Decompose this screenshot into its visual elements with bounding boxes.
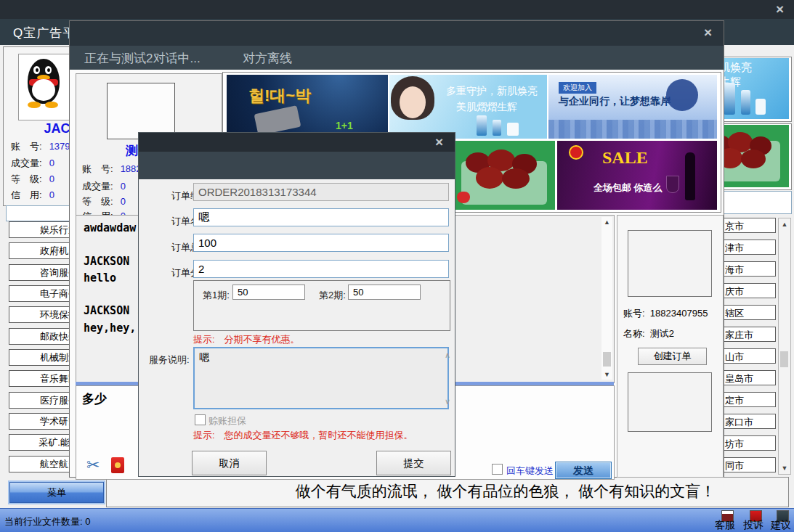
- screenshot-scissors-icon[interactable]: ✂: [86, 456, 100, 475]
- bottle-shape: [724, 83, 735, 115]
- guarantee-tip: 提示: 您的成交量还不够哦，暂时还不能使用担保。: [193, 429, 413, 442]
- chat-header: 正在与测试2对话中... 对方离线: [70, 46, 724, 70]
- scroll-up-icon[interactable]: ▲: [779, 221, 790, 228]
- banner-corporate[interactable]: 欢迎加入 与企业同行，让梦想靠岸: [548, 75, 717, 139]
- qq-foot: [28, 102, 41, 108]
- chat-message: hey,hey,: [84, 322, 136, 335]
- create-order-dialog: × 订单编号: 订单名称: 订单总价: 订单分期: 第1期: 第2期: 提示: …: [138, 132, 455, 477]
- peer-account-row: 账号: 18823407955: [623, 307, 708, 320]
- bottle-shape: [741, 90, 750, 115]
- date-fruit-shape: [502, 168, 530, 189]
- period2-input[interactable]: [348, 285, 421, 300]
- status-bar: 当前行业文件数量: 0 客服 投诉 建议: [0, 508, 794, 532]
- enter-to-send-label: 回车键发送: [506, 465, 554, 478]
- scroll-down-icon[interactable]: ∨: [445, 397, 450, 406]
- peer-row: 等 级:0: [82, 195, 126, 208]
- period1-input[interactable]: [232, 285, 305, 300]
- strawberry-shape: [457, 192, 470, 203]
- period1-label: 第1期:: [203, 289, 230, 302]
- status-file-count: 当前行业文件数量: 0: [4, 515, 90, 528]
- service-desc-textarea[interactable]: 嗯: [193, 347, 449, 409]
- model-face-shape: [400, 86, 426, 118]
- chat-close-icon[interactable]: ×: [704, 26, 712, 39]
- scroll-up-icon[interactable]: ∧: [445, 351, 450, 360]
- row-value: 0: [49, 173, 54, 184]
- date-fruit-shape: [741, 150, 766, 168]
- marquee-bar: 做个有气质的流氓， 做个有品位的色狼， 做个有知识的文盲！: [106, 477, 789, 507]
- dialog-close-icon[interactable]: ×: [435, 136, 443, 149]
- row-label: 账号:: [623, 308, 645, 319]
- installments-group: 第1期: 第2期:: [193, 280, 450, 331]
- qq-eye: [45, 66, 52, 74]
- credit-guarantee-label: 赊账担保: [208, 414, 246, 427]
- order-no-input[interactable]: [193, 183, 449, 201]
- order-installments-input[interactable]: [193, 260, 449, 278]
- banner-text: 与企业同行，让梦想靠岸: [559, 95, 671, 108]
- row-value: 0: [49, 157, 54, 168]
- create-order-button[interactable]: 创建订单: [638, 348, 707, 365]
- scroll-thumb[interactable]: [780, 351, 788, 367]
- qq-foot: [45, 102, 58, 108]
- complaint-link[interactable]: 投诉: [743, 519, 763, 532]
- banner-dates[interactable]: [454, 141, 555, 210]
- bottle-shape: [477, 115, 487, 136]
- installment-tip: 提示: 分期不享有优惠。: [193, 333, 300, 346]
- city-list-scrollbar[interactable]: ▲ ▼: [778, 218, 791, 475]
- scroll-down-icon[interactable]: ▼: [601, 371, 612, 378]
- row-label: 成交量:: [82, 181, 113, 192]
- qq-penguin-icon: [26, 57, 61, 114]
- service-desc-label: 服务说明:: [149, 353, 190, 367]
- user-row: 账 号:1379: [11, 140, 70, 153]
- chat-titlebar: ×: [70, 21, 724, 46]
- enter-to-send-checkbox[interactable]: [492, 464, 503, 475]
- banner-title: 헐!대~박: [248, 85, 311, 107]
- row-label: 账 号:: [11, 141, 42, 152]
- order-name-input[interactable]: [193, 208, 449, 226]
- peer-status-label: 对方离线: [243, 50, 292, 67]
- menu-button[interactable]: 菜单: [9, 482, 104, 503]
- customer-service-link[interactable]: 客服: [715, 519, 735, 532]
- chat-message: hello: [84, 271, 116, 285]
- left-search-input[interactable]: [6, 205, 71, 221]
- banner-text: 美肌熠熠生辉: [456, 101, 517, 114]
- red-envelope-icon[interactable]: [111, 457, 124, 473]
- row-label: 等 级:: [82, 196, 113, 207]
- submit-button[interactable]: 提交: [376, 451, 451, 475]
- screen: × Q宝广告平台 JACK 账 号:1379 成交量:0 等 级:0 信 用:0…: [0, 0, 794, 532]
- peer-card-panel: 账号: 18823407955 名称: 测试2 创建订单: [617, 215, 724, 478]
- banner-title: SALE: [602, 148, 648, 168]
- order-price-input[interactable]: [193, 234, 449, 252]
- credit-guarantee-checkbox[interactable]: [195, 414, 206, 425]
- chat-message-sender: JACKSON :: [84, 255, 142, 268]
- row-value: 0: [49, 189, 54, 200]
- banner-sale[interactable]: SALE 全场包邮 你造么: [557, 141, 717, 210]
- row-label: 名称:: [623, 328, 645, 339]
- main-close-icon[interactable]: ×: [776, 3, 784, 16]
- row-value: 0: [121, 181, 126, 192]
- banner-cosmetics[interactable]: 多重守护，新肌焕亮 美肌熠熠生辉: [389, 75, 547, 139]
- peer-row: 账 号:1882: [82, 163, 142, 176]
- user-row: 成交量:0: [11, 157, 54, 170]
- scroll-thumb[interactable]: [603, 352, 611, 367]
- row-label: 信 用:: [11, 189, 42, 200]
- send-button[interactable]: 发送: [555, 462, 612, 479]
- skyline-shape: [548, 120, 717, 139]
- row-value: 0: [121, 196, 126, 207]
- banner-text: 全场包邮 你造么: [594, 181, 663, 195]
- scroll-up-icon[interactable]: ▲: [601, 218, 612, 226]
- bottle-shape: [493, 120, 501, 136]
- chat-tab-active[interactable]: 正在与测试2对话中...: [84, 50, 200, 67]
- qq-eye: [33, 66, 40, 74]
- peer-avatar: [107, 83, 175, 139]
- user-row: 等 级:0: [11, 173, 54, 186]
- row-label: 等 级:: [11, 173, 42, 184]
- banner-tag: 1+1: [336, 120, 353, 131]
- cancel-button[interactable]: 取消: [192, 451, 267, 475]
- bottle-shape: [755, 99, 766, 115]
- dialog-titlebar: ×: [139, 133, 455, 152]
- banner-movie[interactable]: 헐!대~박 1+1: [227, 75, 388, 139]
- scroll-down-icon[interactable]: ▼: [779, 465, 790, 472]
- suggestion-link[interactable]: 建议: [771, 519, 791, 532]
- chat-history-scrollbar[interactable]: ▲ ▼: [601, 217, 612, 380]
- peer-account-value: 18823407955: [650, 308, 708, 319]
